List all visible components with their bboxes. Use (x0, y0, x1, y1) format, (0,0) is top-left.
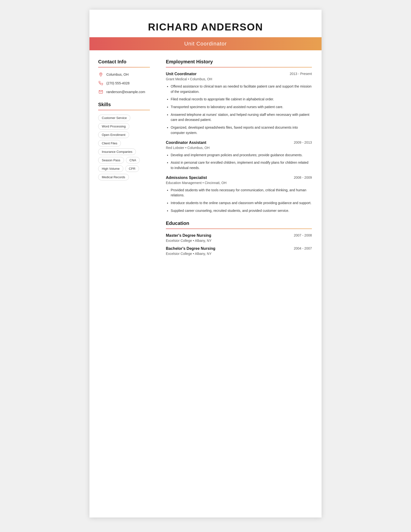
edu-dates: 2007 - 2008 (294, 233, 312, 237)
email-icon (98, 89, 103, 95)
skill-badge: Word Processing (98, 123, 129, 130)
contact-email: randerson@example.com (98, 89, 150, 95)
contact-section-title: Contact Info (98, 59, 150, 65)
education-section: Education Master's Degree Nursing2007 - … (166, 220, 312, 256)
job-header: Coordinator Assistant2009 - 2013 (166, 141, 312, 145)
edu-header: Master's Degree Nursing2007 - 2008 (166, 233, 312, 238)
skill-badge: Insurance Companies (98, 149, 136, 155)
skill-badge: Customer Service (98, 115, 130, 121)
edu-school: Excelsior College • Albany, NY (166, 252, 312, 256)
email-text: randerson@example.com (106, 90, 145, 94)
job-bullet: Provided students with the tools necessa… (171, 188, 312, 198)
job-bullet: Offered assistance to clinical team as n… (171, 84, 312, 94)
job-header: Unit Coordinator2013 - Present (166, 72, 312, 76)
skill-badge: Client Files (98, 140, 121, 147)
skills-section: Skills Customer ServiceWord ProcessingOp… (98, 102, 150, 180)
job-bullet: Assist in personal care for enrolled chi… (171, 160, 312, 171)
main-content: Employment History Unit Coordinator2013 … (157, 50, 322, 272)
location-text: Columbus, OH (106, 73, 129, 76)
job-dates: 2009 - 2013 (294, 141, 312, 144)
job-title: Unit Coordinator (166, 72, 196, 76)
job-entry: Admissions Specialist2008 - 2009Educatio… (166, 176, 312, 214)
job-bullet: Answered telephone at nurses' station, a… (171, 112, 312, 123)
job-company: Education Management • Cincinnati, OH (166, 181, 312, 185)
job-entry: Coordinator Assistant2009 - 2013Red Lobs… (166, 141, 312, 171)
skills-divider (98, 110, 150, 110)
location-icon (98, 72, 103, 77)
employment-divider (166, 67, 312, 67)
candidate-name: RICHARD ANDERSON (99, 21, 312, 33)
job-bullets: Provided students with the tools necessa… (166, 188, 312, 214)
skill-badge: High Volume (98, 165, 123, 172)
edu-title: Master's Degree Nursing (166, 233, 211, 238)
job-bullet: Develop and implement program policies a… (171, 152, 312, 158)
job-company: Red Lobster • Columbus, OH (166, 146, 312, 150)
job-bullet: Transported specimens to laboratory and … (171, 104, 312, 110)
education-entry: Master's Degree Nursing2007 - 2008Excels… (166, 233, 312, 243)
education-container: Master's Degree Nursing2007 - 2008Excels… (166, 233, 312, 256)
skills-section-title: Skills (98, 102, 150, 107)
contact-phone: (270) 555-4028 (98, 81, 150, 86)
skill-badge: Season Pass (98, 157, 124, 163)
job-dates: 2013 - Present (290, 72, 312, 76)
edu-school: Excelsior College • Albany, NY (166, 239, 312, 243)
job-bullet: Organized, developed spreadsheets files,… (171, 125, 312, 135)
header: RICHARD ANDERSON (89, 10, 322, 33)
resume-page: RICHARD ANDERSON Unit Coordinator Contac… (89, 10, 322, 517)
edu-title: Bachelor's Degree Nursing (166, 247, 215, 251)
job-entry: Unit Coordinator2013 - PresentGrant Medi… (166, 72, 312, 136)
contact-section: Contact Info Columbus, OH (98, 59, 150, 95)
job-bullet: Filed medical records to appropriate fil… (171, 97, 312, 102)
edu-dates: 2004 - 2007 (294, 247, 312, 250)
phone-text: (270) 555-4028 (106, 81, 130, 85)
contact-divider (98, 67, 150, 67)
education-divider (166, 228, 312, 229)
job-bullets: Offered assistance to clinical team as n… (166, 84, 312, 136)
job-bullet: Supplied career counseling, recruited st… (171, 208, 312, 214)
skill-badge: Medical Records (98, 174, 129, 180)
job-bullets: Develop and implement program policies a… (166, 152, 312, 171)
sidebar: Contact Info Columbus, OH (89, 50, 157, 272)
resume-body: Contact Info Columbus, OH (89, 50, 322, 272)
title-banner: Unit Coordinator (89, 37, 322, 50)
jobs-container: Unit Coordinator2013 - PresentGrant Medi… (166, 72, 312, 213)
job-title: Admissions Specialist (166, 176, 207, 180)
employment-section: Employment History Unit Coordinator2013 … (166, 59, 312, 213)
job-company: Grant Medical • Columbus, OH (166, 77, 312, 81)
skill-badge: Open Enrollment (98, 132, 129, 138)
job-header: Admissions Specialist2008 - 2009 (166, 176, 312, 180)
education-section-title: Education (166, 220, 312, 226)
contact-location: Columbus, OH (98, 72, 150, 77)
job-dates: 2008 - 2009 (294, 176, 312, 180)
skill-badge: CNA (126, 157, 140, 163)
employment-section-title: Employment History (166, 59, 312, 65)
phone-icon (98, 81, 103, 86)
job-title: Coordinator Assistant (166, 141, 206, 145)
skill-badge: CPR (125, 165, 139, 172)
edu-header: Bachelor's Degree Nursing2004 - 2007 (166, 247, 312, 251)
education-entry: Bachelor's Degree Nursing2004 - 2007Exce… (166, 247, 312, 256)
skills-container: Customer ServiceWord ProcessingOpen Enro… (98, 115, 150, 180)
job-bullet: Introduce students to the online campus … (171, 200, 312, 206)
svg-point-0 (100, 74, 101, 75)
job-title: Unit Coordinator (184, 41, 227, 47)
